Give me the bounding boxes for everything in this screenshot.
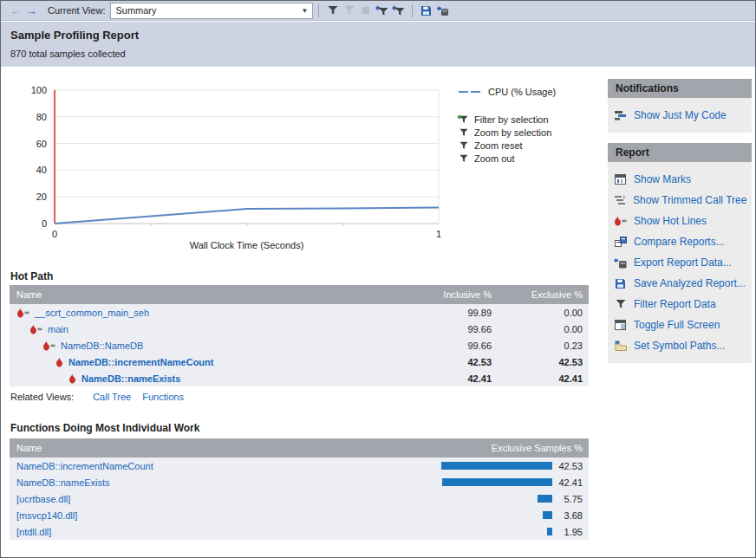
filter-disabled-icon <box>341 3 357 19</box>
exclusive-samples-value: 3.68 <box>552 510 589 521</box>
function-name-link[interactable]: NameDB::nameExists <box>16 477 110 488</box>
legend-label: CPU (% Usage) <box>488 87 556 97</box>
exclusive-percent-value: 42.53 <box>492 357 589 367</box>
zoom-by-selection-icon <box>459 128 468 137</box>
related-view-functions-link[interactable]: Functions <box>142 392 184 402</box>
page-title: Sample Profiling Report <box>10 29 746 42</box>
chart-action-label: Zoom out <box>474 153 514 164</box>
samples-collected-text: 870 total samples collected <box>10 49 746 59</box>
related-views-label: Related Views: <box>10 392 74 402</box>
show-hot-lines-link[interactable]: Show Hot Lines <box>614 211 746 231</box>
filter-icon[interactable] <box>324 3 341 19</box>
flame-icon <box>68 373 76 384</box>
hot-lines-icon <box>614 216 627 226</box>
save-icon[interactable] <box>418 3 434 19</box>
exclusive-percent-value: 42.41 <box>492 373 589 384</box>
clear-filter-icon[interactable] <box>390 3 407 19</box>
x-tick-label: 1 <box>436 229 441 239</box>
trimmed-call-tree-icon <box>614 195 626 205</box>
toolbar-separator <box>318 4 319 17</box>
functions-table-row[interactable]: NameDB::incrementNameCount42.53 <box>10 457 589 474</box>
current-view-value: Summary <box>115 5 156 16</box>
legend-line-swatch <box>459 90 482 94</box>
set-symbol-paths-link[interactable]: Set Symbol Paths... <box>614 335 746 356</box>
save-analyzed-report-link[interactable]: Save Analyzed Report... <box>614 273 746 294</box>
sidebar-link-label: Show Marks <box>634 173 691 185</box>
inclusive-percent-value: 99.89 <box>405 308 492 318</box>
function-name-link[interactable]: [msvcp140.dll] <box>16 510 77 521</box>
zoom-reset-action[interactable]: Zoom reset <box>459 139 551 152</box>
show-marks-icon <box>614 174 627 185</box>
exclusive-samples-value: 42.41 <box>552 477 589 488</box>
function-name-link[interactable]: main <box>48 324 68 334</box>
exclusive-samples-bar <box>431 478 552 486</box>
filter-report-icon <box>614 299 627 309</box>
hot-path-row[interactable]: NameDB::NameDB99.660.23 <box>10 337 589 354</box>
sidebar-link-label: Show Hot Lines <box>634 215 707 227</box>
sidebar-link-label: Filter Report Data <box>634 298 716 310</box>
notifications-panel: Notifications Show Just My Code <box>608 79 752 133</box>
column-header-name[interactable]: Name <box>10 443 444 453</box>
zoom-reset-icon <box>459 141 468 150</box>
sidebar-link-label: Set Symbol Paths... <box>634 340 725 352</box>
chevron-down-icon: ▼ <box>302 7 309 15</box>
export-icon[interactable] <box>434 3 451 19</box>
exclusive-percent-value: 0.23 <box>492 341 589 351</box>
chart-action-label: Zoom reset <box>474 140 523 151</box>
cpu-usage-chart[interactable]: 02040608010001Wall Clock Time (Seconds) <box>8 81 452 254</box>
y-tick-label: 60 <box>36 139 47 149</box>
column-header-name[interactable]: Name <box>10 289 405 300</box>
function-name-link[interactable]: [ucrtbase.dll] <box>16 494 70 504</box>
hot-path-row[interactable]: __scrt_common_main_seh99.890.00 <box>10 304 589 321</box>
zoom-out-action[interactable]: Zoom out <box>459 152 551 165</box>
function-name-link[interactable]: __scrt_common_main_seh <box>35 308 149 318</box>
notifications-header: Notifications <box>608 79 752 98</box>
forward-button[interactable]: → <box>23 4 39 17</box>
flame-arrow-icon <box>42 341 55 351</box>
y-tick-label: 80 <box>36 112 47 122</box>
filter-report-data-link[interactable]: Filter Report Data <box>614 294 746 315</box>
toggle-full-screen-link[interactable]: Toggle Full Screen <box>614 315 746 335</box>
report-header: Sample Profiling Report 870 total sample… <box>1 22 755 67</box>
stop-icon <box>357 3 374 19</box>
functions-table-header: Name Exclusive Samples % <box>10 438 589 457</box>
full-screen-icon <box>614 320 627 330</box>
hot-path-row[interactable]: NameDB::incrementNameCount42.5342.53 <box>10 354 589 370</box>
hot-path-row[interactable]: main99.660.00 <box>10 321 589 337</box>
function-name-link[interactable]: NameDB::incrementNameCount <box>68 357 213 367</box>
column-header-inclusive[interactable]: Inclusive % <box>405 289 492 300</box>
symbol-paths-icon <box>614 341 627 351</box>
exclusive-samples-bar <box>431 462 552 470</box>
zoom-by-selection-action[interactable]: Zoom by selection <box>459 126 551 139</box>
chart-action-label: Filter by selection <box>474 114 549 125</box>
show-trimmed-call-tree-link[interactable]: Show Trimmed Call Tree <box>614 190 746 211</box>
column-header-exclusive-samples[interactable]: Exclusive Samples % <box>444 443 589 453</box>
current-view-dropdown[interactable]: Summary ▼ <box>110 3 313 19</box>
sidebar-link-label: Compare Reports... <box>634 236 725 248</box>
current-view-label: Current View: <box>48 5 105 16</box>
function-name-link[interactable]: NameDB::NameDB <box>61 341 143 351</box>
flame-arrow-icon <box>16 308 29 318</box>
show-marks-link[interactable]: Show Marks <box>614 169 746 190</box>
function-name-link[interactable]: NameDB::incrementNameCount <box>16 461 153 471</box>
functions-table-row[interactable]: [ucrtbase.dll]5.75 <box>10 490 589 507</box>
functions-table-row[interactable]: [ntdll.dll]1.95 <box>10 523 589 540</box>
filter-by-selection-icon[interactable] <box>374 3 390 19</box>
column-header-exclusive[interactable]: Exclusive % <box>492 289 589 300</box>
filter-by-selection-action[interactable]: Filter by selection <box>459 113 551 126</box>
compare-reports-link[interactable]: Compare Reports... <box>614 231 746 252</box>
flame-icon <box>55 357 63 367</box>
function-name-link[interactable]: NameDB::nameExists <box>81 373 180 384</box>
x-tick-label: 0 <box>52 229 57 239</box>
back-button[interactable]: ← <box>8 4 23 17</box>
show-just-my-code-link[interactable]: Show Just My Code <box>614 105 746 126</box>
export-report-data-link[interactable]: Export Report Data... <box>614 252 746 273</box>
exclusive-samples-value: 5.75 <box>552 494 589 504</box>
function-name-link[interactable]: [ntdll.dll] <box>16 527 51 537</box>
functions-table-row[interactable]: NameDB::nameExists42.41 <box>10 474 589 490</box>
exclusive-samples-value: 42.53 <box>552 461 589 471</box>
hot-path-row[interactable]: NameDB::nameExists42.4142.41 <box>10 370 589 386</box>
functions-table-row[interactable]: [msvcp140.dll]3.68 <box>10 507 589 523</box>
related-view-call-tree-link[interactable]: Call Tree <box>93 392 131 402</box>
functions-table: Name Exclusive Samples % NameDB::increme… <box>10 438 589 540</box>
